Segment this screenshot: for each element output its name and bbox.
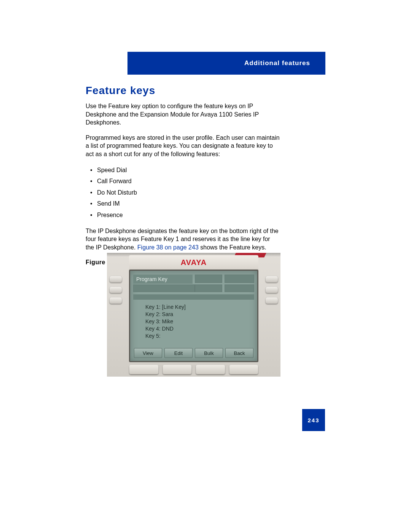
paragraph-1: Use the Feature key option to configure … — [86, 102, 280, 127]
body-content: Use the Feature key option to configure … — [86, 102, 280, 267]
bullet-item: Send IM — [86, 199, 280, 209]
hard-softkey-row — [129, 364, 258, 374]
phone-lcd-screen: Program Key Key 1: [Line Key] Key 2: Sar… — [129, 270, 258, 362]
bullet-item: Presence — [86, 210, 280, 220]
screen-label-slot — [225, 284, 254, 292]
bullet-item: Call Forward — [86, 176, 280, 186]
paragraph-3: The IP Deskphone designates the feature … — [86, 227, 280, 252]
feature-key-right-1 — [265, 276, 278, 283]
key-list-item: Key 5: — [145, 332, 254, 340]
feature-key-left-2 — [109, 286, 122, 293]
phone-logo-bar: AVAYA — [129, 255, 258, 270]
avaya-logo-text: AVAYA — [181, 258, 207, 267]
feature-key-left-1 — [109, 276, 122, 283]
figure-cross-reference-link[interactable]: Figure 38 on page 243 — [137, 244, 199, 251]
paragraph-2: Programmed keys are stored in the user p… — [86, 134, 280, 158]
screen-label-slot — [195, 275, 222, 283]
screen-label-slot — [133, 284, 195, 292]
key-list-item: Key 3: Mike — [145, 318, 254, 325]
document-page: Additional features Feature keys Use the… — [0, 0, 411, 532]
p3-post: shows the Feature keys. — [199, 244, 266, 251]
phone-bezel: AVAYA Program Key Key 1: [Line Key] Key … — [107, 253, 280, 377]
bullet-item: Do Not Disturb — [86, 188, 280, 198]
screen-title: Program Key — [133, 275, 193, 284]
key-list-item: Key 2: Sara — [145, 311, 254, 318]
hard-softkey — [162, 364, 192, 374]
screen-label-slot — [195, 284, 222, 292]
page-heading: Feature keys — [86, 85, 155, 97]
page-number-box: 243 — [302, 409, 325, 431]
feature-key-right-2 — [265, 286, 278, 293]
softkey-bulk: Bulk — [195, 348, 223, 358]
header-banner: Additional features — [127, 52, 325, 75]
hard-softkey — [229, 364, 259, 374]
feature-key-left-3 — [109, 297, 122, 304]
feature-bullet-list: Speed Dial Call Forward Do Not Disturb S… — [86, 165, 280, 220]
screen-divider — [133, 294, 254, 300]
softkey-edit: Edit — [164, 348, 193, 358]
bullet-item: Speed Dial — [86, 165, 280, 175]
screen-label-slot — [225, 275, 254, 283]
softkey-back: Back — [225, 348, 253, 358]
page-number: 243 — [307, 417, 319, 423]
feature-key-right-3 — [265, 297, 278, 304]
hard-softkey — [196, 364, 225, 374]
header-section-title: Additional features — [244, 59, 310, 67]
hard-softkey — [129, 364, 159, 374]
key-list-item: Key 4: DND — [145, 325, 254, 332]
softkey-view: View — [134, 348, 162, 358]
figure-phone-photo: AVAYA Program Key Key 1: [Line Key] Key … — [107, 253, 280, 377]
key-list-item: Key 1: [Line Key] — [145, 304, 254, 311]
screen-key-list: Key 1: [Line Key] Key 2: Sara Key 3: Mik… — [145, 304, 254, 339]
softkey-row: View Edit Bulk Back — [134, 348, 253, 358]
